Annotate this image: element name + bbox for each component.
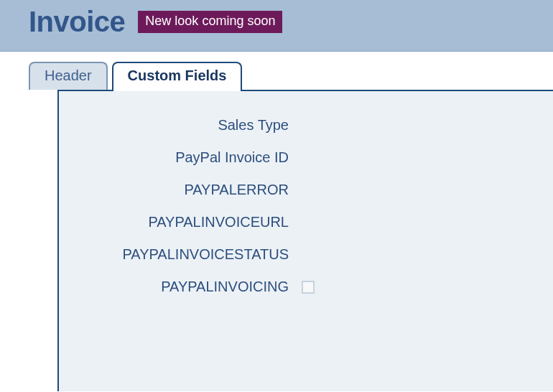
page-header: Invoice New look coming soon [0, 0, 553, 52]
checkbox-paypal-invoicing[interactable] [302, 281, 315, 294]
custom-fields-panel: Sales Type PayPal Invoice ID PAYPALERROR… [57, 90, 553, 391]
label-paypal-error: PAYPALERROR [59, 182, 289, 198]
label-paypal-invoice-id: PayPal Invoice ID [59, 149, 289, 166]
page-title: Invoice [29, 6, 125, 38]
field-row-paypal-invoice-url: PAYPALINVOICEURL [59, 214, 553, 230]
field-row-sales-type: Sales Type [59, 117, 553, 134]
tabs-container: Header Custom Fields Sales Type PayPal I… [0, 52, 553, 391]
control-paypal-invoicing [302, 281, 315, 294]
field-row-paypal-invoice-id: PayPal Invoice ID [59, 149, 553, 166]
tab-custom-fields[interactable]: Custom Fields [112, 62, 243, 91]
tab-header[interactable]: Header [29, 62, 108, 90]
tabs: Header Custom Fields [29, 62, 553, 90]
label-paypal-invoice-url: PAYPALINVOICEURL [59, 214, 289, 230]
label-paypal-invoicing: PAYPALINVOICING [59, 279, 289, 295]
field-row-paypal-error: PAYPALERROR [59, 182, 553, 198]
field-row-paypal-invoicing: PAYPALINVOICING [59, 279, 553, 295]
field-row-paypal-invoice-status: PAYPALINVOICESTATUS [59, 246, 553, 263]
new-look-badge: New look coming soon [138, 11, 282, 33]
label-sales-type: Sales Type [59, 117, 289, 134]
label-paypal-invoice-status: PAYPALINVOICESTATUS [59, 246, 289, 263]
